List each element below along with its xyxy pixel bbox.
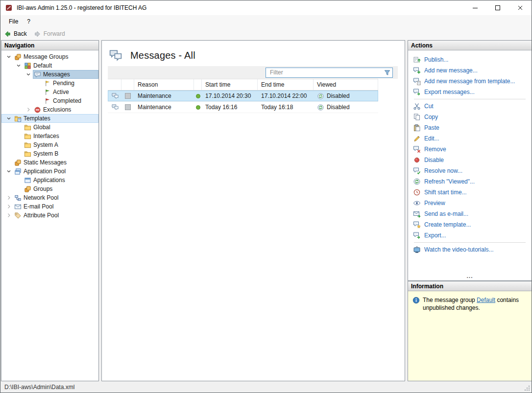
action-paste[interactable]: Paste: [413, 122, 532, 133]
action-add-new-message-from-template[interactable]: Add new message from template...: [413, 76, 532, 87]
menu-file[interactable]: File: [4, 16, 23, 27]
expander-icon[interactable]: [4, 204, 13, 209]
actions-header: Actions: [408, 41, 532, 50]
expander-icon[interactable]: [24, 107, 33, 113]
action-export[interactable]: Export...: [413, 230, 532, 241]
actions-overflow-indicator[interactable]: ...: [408, 273, 532, 279]
expander-icon[interactable]: [4, 168, 13, 174]
actions-panel: Actions Publish... Add new message... Ad…: [408, 40, 532, 281]
action-publish[interactable]: Publish...: [413, 54, 532, 65]
table-row[interactable]: Maintenance 17.10.2014 20:30 17.10.2014 …: [108, 91, 378, 102]
close-icon: [516, 4, 524, 12]
filter-band: [108, 66, 398, 79]
video-tutorials-icon: [413, 246, 421, 254]
menu-bar: File ?: [0, 15, 532, 28]
tree-item-applications[interactable]: Applications: [1, 176, 98, 185]
action-preview[interactable]: Preview: [413, 198, 532, 208]
create-template-icon: [413, 221, 421, 229]
close-button[interactable]: [509, 0, 532, 15]
message-group-link[interactable]: Default: [477, 297, 495, 303]
action-refresh-viewed[interactable]: Refresh "Viewed"...: [413, 176, 532, 187]
tree-item-active[interactable]: Active: [1, 88, 98, 96]
cut-icon: [413, 102, 421, 110]
filter-box: [266, 68, 393, 78]
tree-item-interfaces[interactable]: Interfaces: [1, 132, 98, 140]
filter-input[interactable]: [266, 68, 393, 78]
tree-item-groups[interactable]: Groups: [1, 185, 98, 193]
action-add-new-message[interactable]: Add new message...: [413, 65, 532, 76]
templates-folder-icon: [14, 115, 22, 122]
applications-icon: [24, 177, 31, 184]
folder-icon: [24, 124, 31, 131]
active-flag-icon: [44, 89, 51, 96]
table-row[interactable]: Maintenance Today 16:16 Today 16:18 Disa…: [108, 102, 378, 113]
forward-arrow-icon: [34, 30, 41, 38]
tree-item-system-a[interactable]: System A: [1, 140, 98, 149]
cell-start-time: Today 16:16: [202, 102, 258, 113]
action-watch-video-tutorials[interactable]: Watch the video-tutorials...: [413, 244, 532, 255]
action-disable[interactable]: Disable: [413, 155, 532, 165]
tree-item-message-groups[interactable]: Message Groups: [1, 52, 98, 61]
tree-item-exclusions[interactable]: Exclusions: [1, 105, 98, 114]
action-create-template[interactable]: Create template...: [413, 219, 532, 230]
cell-reason: Maintenance: [134, 102, 194, 113]
title-bar: IBI-aws Admin 1.25.0 - registered for IB…: [0, 0, 532, 15]
action-copy[interactable]: Copy: [413, 112, 532, 122]
tree-item-network-pool[interactable]: Network Pool: [1, 193, 98, 202]
column-header-reason[interactable]: Reason: [134, 79, 194, 90]
forward-button[interactable]: Forward: [34, 30, 65, 38]
messages-table: Reason Start time End time Viewed Mainte…: [108, 79, 378, 113]
action-edit[interactable]: Edit...: [413, 133, 532, 144]
status-dot-icon: [196, 94, 200, 98]
action-resolve-now[interactable]: Resolve now...: [413, 165, 532, 176]
information-body: The message group Default contains unpub…: [408, 291, 532, 317]
minimize-button[interactable]: [464, 0, 486, 15]
action-remove[interactable]: Remove: [413, 144, 532, 155]
expander-icon[interactable]: [4, 116, 13, 121]
tree-item-templates[interactable]: Templates: [1, 114, 98, 123]
column-header-end-time[interactable]: End time: [258, 79, 314, 90]
action-export-messages[interactable]: Export messages...: [413, 87, 532, 97]
tree-item-application-pool[interactable]: Application Pool: [1, 167, 98, 176]
filter-funnel-icon[interactable]: [384, 69, 391, 76]
maximize-button[interactable]: [486, 0, 509, 15]
add-from-template-icon: [413, 77, 421, 85]
tree-item-pending[interactable]: Pending: [1, 79, 98, 88]
expander-icon[interactable]: [24, 71, 33, 77]
message-row-icon: [111, 92, 119, 99]
back-button[interactable]: Back: [4, 30, 27, 38]
window-title: IBI-aws Admin 1.25.0 - registered for IB…: [17, 4, 146, 11]
expander-icon[interactable]: [4, 212, 13, 218]
window-controls: [464, 0, 532, 15]
cell-viewed: Disabled: [327, 104, 350, 111]
add-message-icon: [413, 67, 421, 74]
column-header-viewed[interactable]: Viewed: [314, 79, 378, 90]
action-shift-start-time[interactable]: Shift start time...: [413, 187, 532, 198]
column-header-icon1[interactable]: [108, 79, 121, 90]
column-header-icon2[interactable]: [121, 79, 134, 90]
tree-item-email-pool[interactable]: E-mail Pool: [1, 202, 98, 211]
tree-item-system-b[interactable]: System B: [1, 149, 98, 158]
folder-icon: [24, 133, 31, 140]
expander-icon[interactable]: [14, 63, 23, 69]
tree-item-global[interactable]: Global: [1, 123, 98, 132]
column-header-status[interactable]: [194, 79, 202, 90]
export-icon: [413, 231, 421, 239]
tree-item-static-messages[interactable]: Static Messages: [1, 158, 98, 167]
disable-icon: [413, 156, 421, 164]
resize-grip-icon[interactable]: [524, 385, 531, 392]
action-cut[interactable]: Cut: [413, 101, 532, 112]
expander-icon[interactable]: [4, 195, 13, 201]
tree-item-messages[interactable]: Messages: [1, 70, 98, 79]
menu-help[interactable]: ?: [23, 16, 35, 27]
column-header-start-time[interactable]: Start time: [202, 79, 258, 90]
back-arrow-icon: [4, 30, 11, 38]
tree-item-completed[interactable]: Completed: [1, 96, 98, 105]
action-send-as-email[interactable]: Send as e-mail...: [413, 208, 532, 219]
data-file-path: D:\IBI-aws\Admin\Data.xml: [4, 384, 74, 391]
expander-icon[interactable]: [4, 54, 13, 60]
tree-item-attribute-pool[interactable]: Attribute Pool: [1, 211, 98, 220]
messages-title-icon: [108, 49, 123, 62]
tree-item-default[interactable]: Default: [1, 61, 98, 70]
cell-start-time: 17.10.2014 20:30: [202, 91, 258, 101]
